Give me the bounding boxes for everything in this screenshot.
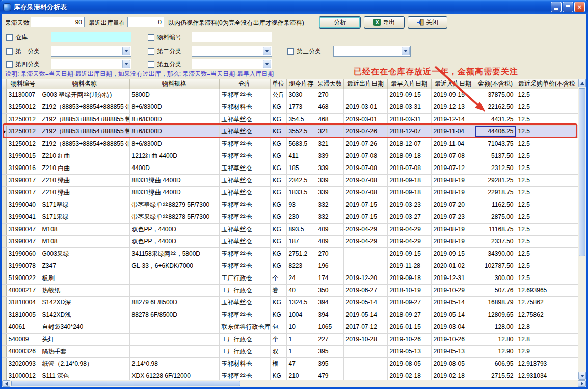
table-cell[interactable]: 2019-08-19 — [431, 235, 475, 247]
table-cell[interactable]: 893.5 — [286, 223, 316, 235]
table-cell[interactable]: 31990078 — [6, 260, 40, 272]
table-cell[interactable]: 2019-08-05 — [387, 357, 431, 370]
table-cell[interactable]: 玉祁草丝仓 — [219, 296, 270, 309]
table-cell[interactable]: Z192（88853+88854+888855 带茎 — [40, 125, 129, 137]
table-cell[interactable]: 2019-07-08 — [343, 186, 387, 199]
table-row[interactable]: 40061自封袋340*240联东优谷行政仓库包1010652017-07-12… — [2, 321, 578, 333]
horizontal-scrollbar[interactable] — [2, 380, 586, 387]
table-cell[interactable]: 31990017 — [6, 186, 40, 199]
row-selector-cell[interactable] — [2, 89, 6, 101]
table-cell[interactable]: 2018-12-07 — [387, 137, 431, 150]
table-cell[interactable]: 24 — [286, 272, 316, 284]
table-cell[interactable]: 394 — [316, 309, 343, 321]
table-cell[interactable]: 2018-07-08 — [387, 162, 431, 174]
table-cell[interactable]: KG — [270, 211, 286, 223]
category1-checkbox[interactable] — [6, 48, 13, 55]
table-cell[interactable]: KG — [270, 370, 286, 380]
row-selector-cell[interactable] — [2, 162, 6, 174]
table-cell[interactable]: S171果绿 — [40, 211, 129, 223]
table-cell[interactable]: 88331绿曲 4400D — [129, 174, 219, 186]
row-selector-cell[interactable] — [2, 211, 6, 223]
table-cell[interactable]: 2019-05-14 — [431, 309, 475, 321]
table-cell[interactable]: 332 — [316, 211, 343, 223]
table-cell[interactable]: 12809.65 — [475, 309, 516, 321]
table-cell[interactable]: 12.5 — [516, 137, 578, 150]
row-selector-cell[interactable] — [2, 272, 6, 284]
row-selector-cell[interactable] — [2, 357, 6, 370]
warehouse-checkbox[interactable] — [6, 34, 13, 41]
table-cell[interactable]: 2019-11-28 — [387, 260, 431, 272]
table-cell[interactable]: Z210 绿曲 — [40, 186, 129, 199]
table-cell[interactable]: 玉祁草丝仓 — [219, 89, 270, 101]
maximize-button[interactable] — [563, 2, 573, 12]
table-cell[interactable]: 31000012 — [6, 370, 40, 380]
table-cell[interactable]: 196 — [316, 260, 343, 272]
table-cell[interactable]: 8+6/8300D — [129, 113, 219, 125]
table-cell[interactable]: 个 — [270, 272, 286, 284]
table-cell[interactable]: 2019-09-15 — [387, 247, 431, 260]
table-cell[interactable]: 2019-12-13 — [431, 101, 475, 113]
table-cell[interactable]: 12.5 — [516, 101, 578, 113]
table-cell[interactable]: 2019-02-18 — [431, 370, 475, 380]
chevron-down-icon[interactable] — [122, 60, 130, 68]
table-cell[interactable] — [129, 321, 219, 333]
table-cell[interactable]: 102787.50 — [475, 260, 516, 272]
row-selector-cell[interactable] — [2, 333, 6, 345]
table-cell[interactable]: 230 — [286, 211, 316, 223]
category4-checkbox[interactable] — [6, 61, 13, 68]
table-cell[interactable]: 1773 — [286, 101, 316, 113]
table-cell[interactable]: 354.5 — [286, 113, 316, 125]
table-cell[interactable]: 12.8 — [516, 333, 578, 345]
table-row[interactable]: 31130007G003 翠绿开网丝(邦尔特)5800D玉祁草丝仓公斤30302… — [2, 89, 578, 101]
table-cell[interactable]: 2019-07-08 — [343, 174, 387, 186]
table-cell[interactable]: 玉祁草丝仓 — [219, 150, 270, 162]
table-cell[interactable]: 12.8 — [516, 321, 578, 333]
table-cell[interactable]: 12.5 — [516, 272, 578, 284]
table-cell[interactable]: KG — [270, 247, 286, 260]
table-cell[interactable]: 4431.25 — [475, 113, 516, 125]
table-cell[interactable]: 2016-01-15 — [387, 321, 431, 333]
column-header[interactable]: 现今库存 — [286, 79, 316, 89]
row-selector-cell[interactable] — [2, 113, 6, 125]
table-cell[interactable]: 339 — [316, 150, 343, 162]
column-header[interactable]: 金额(不含税) — [475, 79, 516, 89]
table-cell[interactable]: 2019-03-01 — [343, 101, 387, 113]
table-cell[interactable]: 2751.2 — [286, 247, 316, 260]
table-cell[interactable]: KG — [270, 296, 286, 309]
table-cell[interactable]: 玉祁草丝仓 — [219, 260, 270, 272]
table-cell[interactable]: 2019-07-08 — [343, 150, 387, 162]
column-header[interactable]: 仓库 — [219, 79, 270, 89]
table-cell[interactable]: 468 — [316, 101, 343, 113]
column-header[interactable]: 最近出库日期 — [343, 79, 387, 89]
row-selector-cell[interactable] — [2, 137, 6, 150]
table-cell[interactable]: 2019-09-15 — [431, 247, 475, 260]
row-selector-cell[interactable] — [2, 260, 6, 272]
table-cell[interactable]: 工厂行政仓 — [219, 284, 270, 296]
row-selector-cell[interactable] — [2, 101, 6, 113]
table-cell[interactable]: KG — [270, 101, 286, 113]
table-row[interactable]: 31990047M108双色PP，4400D玉祁草丝仓KG1874092019-… — [2, 235, 578, 247]
minimize-button[interactable] — [551, 2, 562, 12]
table-cell[interactable]: 31810005 — [6, 309, 40, 321]
table-cell[interactable]: 2019-12-20 — [343, 272, 387, 284]
table-cell[interactable]: GL-33，6+6KDK/7000 — [129, 260, 219, 272]
table-row[interactable]: 31000012S111 深色XDX 61228 6F/12000玉祁草丝仓KG… — [2, 370, 578, 380]
table-cell[interactable]: 12.75862 — [516, 296, 578, 309]
table-cell[interactable]: 2019-10-28 — [343, 333, 387, 345]
table-cell[interactable]: Z192（88853+88854+888855 带茎 — [40, 113, 129, 125]
table-cell[interactable]: 2018-03-31 — [387, 113, 431, 125]
table-cell[interactable]: 31990047 — [6, 235, 40, 247]
table-cell[interactable]: 34390.00 — [475, 247, 516, 260]
chevron-down-icon[interactable] — [402, 47, 410, 55]
row-selector-cell[interactable] — [2, 186, 6, 199]
column-header[interactable]: 最近采购单价(不含税 — [516, 79, 578, 89]
table-cell[interactable]: 2019-04-29 — [343, 235, 387, 247]
table-cell[interactable]: 1833.5 — [286, 186, 316, 199]
category2-checkbox[interactable] — [148, 48, 154, 55]
table-cell[interactable]: 321 — [316, 137, 343, 150]
table-cell[interactable]: 31810004 — [6, 296, 40, 309]
table-cell[interactable] — [343, 260, 387, 272]
table-cell[interactable]: 2019-10-29 — [431, 284, 475, 296]
category3-dropdown[interactable] — [333, 46, 411, 57]
table-cell[interactable]: 71043.75 — [475, 137, 516, 150]
